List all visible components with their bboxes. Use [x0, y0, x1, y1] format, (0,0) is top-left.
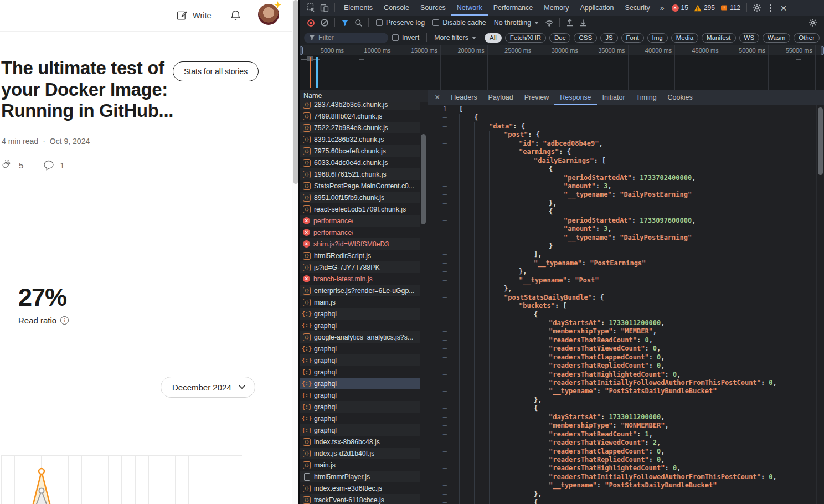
- record-network-log-button[interactable]: [307, 19, 315, 27]
- issues-badge[interactable]: 112: [720, 4, 740, 12]
- import-har-icon[interactable]: [563, 16, 576, 29]
- network-request-row[interactable]: main.js: [300, 296, 428, 308]
- clap-icon[interactable]: [1, 159, 13, 171]
- devtools-panel-tab[interactable]: Elements: [338, 0, 378, 16]
- network-request-row[interactable]: main.js: [300, 459, 428, 471]
- network-request-row[interactable]: 7975.60bcefe8.chunk.js: [300, 145, 428, 157]
- network-request-row[interactable]: graphql: [300, 320, 428, 331]
- network-request-row[interactable]: StatsPostPage.MainContent.c0...: [300, 180, 428, 192]
- network-request-row[interactable]: html5RedirScript.js: [300, 250, 428, 261]
- console-warnings-badge[interactable]: 295: [694, 4, 715, 12]
- filter-type-chip[interactable]: All: [485, 33, 502, 43]
- more-tabs-chevron[interactable]: »: [656, 3, 669, 12]
- export-har-icon[interactable]: [576, 16, 590, 29]
- detail-tab[interactable]: Response: [554, 90, 596, 105]
- network-request-row[interactable]: js?id=G-7JY7T788PK: [300, 261, 428, 273]
- request-list-scrollbar[interactable]: [420, 102, 428, 504]
- network-request-row[interactable]: graphql: [300, 413, 428, 424]
- response-scrollbar-thumb[interactable]: [818, 107, 823, 175]
- search-icon[interactable]: [352, 16, 365, 29]
- detail-tab[interactable]: Timing: [631, 90, 662, 105]
- network-request-row[interactable]: graphql: [300, 401, 428, 413]
- devtools-panel-tab[interactable]: Performance: [488, 0, 539, 16]
- kebab-menu-icon[interactable]: [764, 1, 777, 14]
- disable-cache-checkbox[interactable]: Disable cache: [432, 19, 486, 27]
- console-errors-badge[interactable]: × 15: [672, 4, 688, 12]
- info-icon[interactable]: i: [60, 316, 69, 325]
- invert-checkbox[interactable]: Invert: [392, 34, 419, 42]
- clap-count[interactable]: 5: [19, 161, 23, 170]
- devtools-panel-tab[interactable]: Security: [620, 0, 656, 16]
- responses-icon[interactable]: [43, 160, 54, 171]
- network-request-row[interactable]: index.tsx-8b86bc48.js: [300, 436, 428, 448]
- network-settings-gear-icon[interactable]: [806, 16, 820, 29]
- checkbox[interactable]: [376, 19, 383, 26]
- network-request-row[interactable]: performance/: [300, 215, 428, 227]
- network-overview-timeline[interactable]: 5000 ms 10000 ms 15000 ms 20000 ms 25000…: [300, 45, 824, 90]
- network-request-row[interactable]: graphql: [300, 354, 428, 366]
- devtools-panel-tab[interactable]: Network: [451, 0, 488, 16]
- filter-type-chip[interactable]: Other: [794, 33, 820, 43]
- detail-tab[interactable]: Headers: [445, 90, 482, 105]
- network-request-row[interactable]: branch-latest.min.js: [300, 273, 428, 285]
- network-request-row[interactable]: trackEvent-6118cbce.js: [300, 494, 428, 504]
- network-request-row[interactable]: index.js-d2d1b40f.js: [300, 448, 428, 459]
- network-request-row[interactable]: html5mmrPlayer.js: [300, 471, 428, 482]
- inspect-element-icon[interactable]: [305, 1, 318, 14]
- more-filters-dropdown[interactable]: More filters: [434, 34, 476, 42]
- checkbox[interactable]: [392, 34, 399, 41]
- detail-tab[interactable]: Payload: [483, 90, 519, 105]
- close-detail-icon[interactable]: ×: [428, 92, 445, 102]
- checkbox[interactable]: [432, 19, 439, 26]
- response-scrollbar[interactable]: [816, 105, 824, 504]
- devtools-panel-tab[interactable]: Sources: [415, 0, 451, 16]
- network-request-row[interactable]: google-analytics_analytics.js?s...: [300, 331, 428, 343]
- overview-right-handle[interactable]: [821, 46, 824, 55]
- device-toolbar-icon[interactable]: [318, 1, 331, 14]
- preserve-log-checkbox[interactable]: Preserve log: [376, 19, 425, 27]
- notifications-bell-icon[interactable]: [230, 9, 241, 21]
- network-request-row[interactable]: graphql: [300, 424, 428, 436]
- filter-type-chip[interactable]: Doc: [549, 33, 570, 43]
- close-devtools-icon[interactable]: ×: [777, 1, 790, 14]
- network-request-row[interactable]: 839.1c286b32.chunk.js: [300, 133, 428, 145]
- filter-input[interactable]: Filter: [304, 33, 388, 43]
- filter-type-chip[interactable]: Fetch/XHR: [505, 33, 546, 43]
- devtools-panel-tab[interactable]: Console: [378, 0, 415, 16]
- month-selector-dropdown[interactable]: December 2024: [161, 377, 255, 398]
- clear-network-log-icon[interactable]: [318, 16, 331, 29]
- settings-gear-icon[interactable]: [750, 1, 764, 14]
- detail-tab[interactable]: Cookies: [662, 90, 698, 105]
- network-request-row[interactable]: 6033.04dc0e4d.chunk.js: [300, 157, 428, 168]
- filter-type-chip[interactable]: WS: [739, 33, 760, 43]
- network-request-row[interactable]: 7499.8fffb024.chunk.js: [300, 110, 428, 122]
- network-request-row[interactable]: 1968.6f761521.chunk.js: [300, 168, 428, 180]
- detail-tab[interactable]: Preview: [519, 90, 554, 105]
- network-request-row[interactable]: enterprise.js?render=6Le-uGgp...: [300, 285, 428, 296]
- network-request-row[interactable]: index.esm-e3d6f8ec.js: [300, 482, 428, 494]
- name-column-header[interactable]: Name: [300, 90, 428, 102]
- network-request-row[interactable]: react-select.cd51709f.chunk.js: [300, 203, 428, 215]
- network-request-row[interactable]: 7522.27b984e8.chunk.js: [300, 122, 428, 133]
- response-json-viewer[interactable]: 1 [ – { – "data": { – "post": { –: [428, 105, 816, 504]
- filter-type-chip[interactable]: Media: [671, 33, 698, 43]
- network-request-row[interactable]: graphql: [300, 366, 428, 378]
- request-list-scrollbar-thumb[interactable]: [421, 134, 426, 224]
- overview-left-handle[interactable]: [300, 46, 303, 55]
- page-scrollbar[interactable]: [292, 0, 298, 504]
- network-request-row[interactable]: shim.js?id=WISfSM8eD3: [300, 238, 428, 250]
- stats-for-all-stories-button[interactable]: Stats for all stories: [173, 61, 259, 81]
- filter-type-chip[interactable]: Img: [647, 33, 668, 43]
- filter-type-chip[interactable]: Manifest: [702, 33, 735, 43]
- throttling-dropdown[interactable]: No throttling: [494, 19, 539, 27]
- filter-type-chip[interactable]: CSS: [574, 33, 597, 43]
- filter-type-chip[interactable]: Wasm: [763, 33, 790, 43]
- network-request-row[interactable]: graphql: [300, 308, 428, 320]
- profile-avatar[interactable]: [258, 4, 279, 25]
- network-conditions-icon[interactable]: [543, 16, 556, 29]
- filter-type-chip[interactable]: JS: [600, 33, 617, 43]
- filter-toggle-icon[interactable]: [338, 16, 352, 29]
- network-request-row[interactable]: graphql: [300, 378, 428, 389]
- network-request-row[interactable]: graphql: [300, 343, 428, 354]
- network-request-row[interactable]: performance/: [300, 227, 428, 238]
